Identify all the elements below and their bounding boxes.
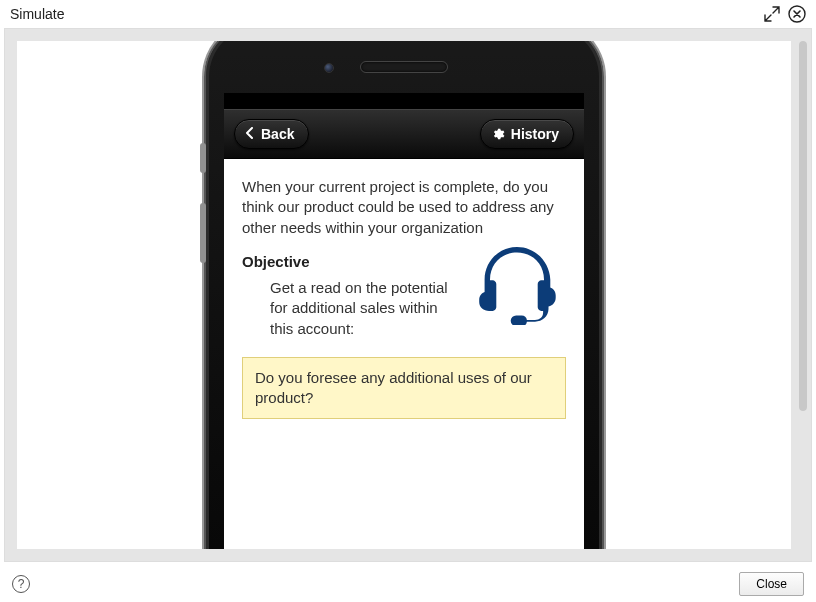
back-button-label: Back: [261, 126, 294, 142]
prompt-box: Do you foresee any additional uses of ou…: [242, 357, 566, 420]
phone-screen: Back History When your current project i…: [224, 93, 584, 549]
prompt-text: Do you foresee any additional uses of ou…: [255, 369, 532, 406]
window-titlebar: Simulate: [0, 0, 816, 28]
gear-icon: [491, 127, 505, 141]
help-icon[interactable]: ?: [12, 575, 30, 593]
back-button[interactable]: Back: [234, 119, 309, 149]
phone-frame: Back History When your current project i…: [204, 41, 604, 549]
close-icon[interactable]: [788, 5, 806, 23]
earpiece-icon: [360, 61, 448, 73]
objective-text: Get a read on the potential for addition…: [270, 278, 456, 339]
scrollbar[interactable]: [799, 41, 807, 411]
preview-canvas: Back History When your current project i…: [17, 41, 791, 549]
app-body: When your current project is complete, d…: [224, 159, 584, 549]
status-strip: [224, 93, 584, 109]
history-button[interactable]: History: [480, 119, 574, 149]
dialog-footer: ? Close: [0, 564, 816, 602]
camera-dot-icon: [324, 63, 334, 73]
intro-text: When your current project is complete, d…: [242, 177, 566, 238]
content-area: Back History When your current project i…: [4, 28, 812, 562]
app-nav-bar: Back History: [224, 109, 584, 159]
chevron-left-icon: [245, 126, 255, 142]
expand-icon[interactable]: [764, 6, 780, 22]
headset-icon: [472, 241, 562, 330]
close-button[interactable]: Close: [739, 572, 804, 596]
history-button-label: History: [511, 126, 559, 142]
scrollbar-thumb[interactable]: [799, 41, 807, 411]
window-title: Simulate: [10, 6, 64, 22]
